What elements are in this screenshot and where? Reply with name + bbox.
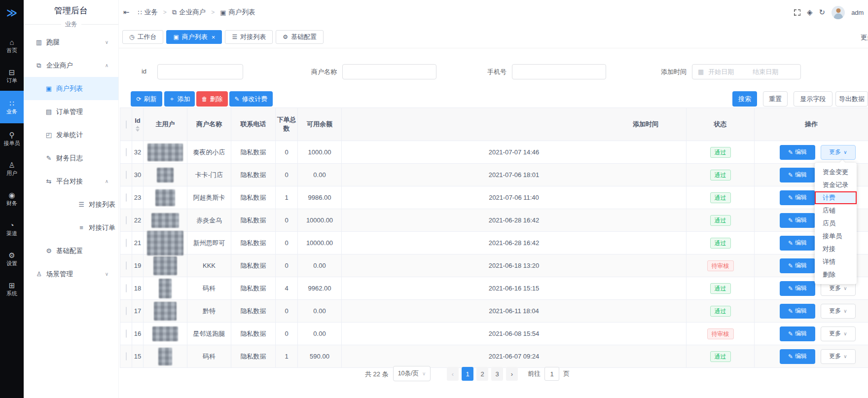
row-checkbox[interactable] [126,148,127,156]
more-button[interactable]: 更多 ∨ [821,145,856,160]
edit-label: 编辑 [795,352,807,361]
tab[interactable]: ▣ 商户列表 × [166,30,222,44]
show-fields-button[interactable]: 显示字段 [794,91,832,107]
avatar[interactable] [832,6,845,19]
rail-item[interactable]: ⚙ 设置 [0,244,24,274]
breadcrumb-item[interactable]: ⧉ 企业商户 [172,8,206,17]
tab[interactable]: ◷ 工作台 [122,30,163,44]
tab-close-icon[interactable]: × [212,34,216,41]
sidebar-menu-item[interactable]: ◰ 发单统计 [24,123,118,146]
privacy-blur-block [153,256,177,275]
rail-item[interactable]: ∷ 业务 [0,91,24,123]
dropdown-menu-item[interactable]: 删除 [815,268,857,281]
rail-item[interactable]: ◔ 渠道 [0,214,24,244]
reset-button[interactable]: 重置 [763,91,788,107]
edit-button[interactable]: ✎ 编辑 [780,281,815,296]
sidebar-menu-item[interactable]: ⧉ 企业商户 ∧ [24,54,118,77]
header-id[interactable]: Id [132,108,144,141]
dropdown-menu-item[interactable]: 资金变更 [815,166,857,179]
rail-item[interactable]: ♙ 用户 [0,153,24,183]
rail-item-label: 系统 [6,290,17,296]
sort-icons[interactable] [136,126,140,132]
breadcrumb-item[interactable]: ▣ 商户列表 [220,8,255,17]
edit-button[interactable]: ✎ 编辑 [780,168,815,182]
rail-item[interactable]: ⊟ 订单 [0,61,24,91]
tab[interactable]: ☰ 对接列表 [225,30,273,44]
sidebar-menu-item[interactable]: ▥ 跑腿 ∨ [24,31,118,54]
dropdown-menu-item[interactable]: 计费 [815,191,857,204]
dropdown-menu-item[interactable]: 资金记录 [815,179,857,191]
goto-page-input[interactable] [544,367,559,381]
dropdown-menu-item[interactable]: 店员 [815,217,857,230]
edit-button[interactable]: ✎ 编辑 [780,190,815,205]
app-logo-icon[interactable]: ≫ [0,4,24,22]
sidebar-menu-item[interactable]: ⚙ 基础配置 [24,239,118,262]
search-button[interactable]: 搜索 [732,91,757,107]
rail-item[interactable]: ⚲ 接单员 [0,123,24,153]
row-checkbox[interactable] [126,216,127,224]
page-size-select[interactable]: 10条/页 ∨ [393,366,431,381]
cell-id: 32 [132,141,144,164]
sidebar-menu-item[interactable]: ☰ 对接列表 [24,193,118,216]
filter-id-input[interactable] [157,64,243,79]
row-checkbox[interactable] [126,307,127,315]
row-checkbox[interactable] [126,284,127,292]
edit-billing-button[interactable]: ✎修改计费 [229,91,273,107]
sidebar-menu-item[interactable]: ⇆ 平台对接 ∧ [24,170,118,193]
row-checkbox[interactable] [126,239,127,247]
tag-icon[interactable]: ◈ [807,8,813,17]
select-all-checkbox[interactable] [126,120,127,129]
next-page-button[interactable]: › [506,367,518,381]
dropdown-menu-item[interactable]: 对接 [815,243,857,255]
more-button[interactable]: 更多 ∨ [821,326,856,341]
page-number-button[interactable]: 2 [476,367,488,381]
page-number-button[interactable]: 3 [491,367,503,381]
delete-button[interactable]: 🗑删除 [196,91,228,107]
dropdown-menu-item[interactable]: 接单员 [815,230,857,243]
date-range-picker[interactable]: ▦ 开始日期 结束日期 [692,64,801,79]
sidebar-menu-item[interactable]: ♙ 场景管理 ∨ [24,262,118,286]
sidebar-menu-item[interactable]: ✎ 财务日志 [24,146,118,170]
add-button[interactable]: ＋添加 [164,91,195,107]
edit-button[interactable]: ✎ 编辑 [780,326,815,341]
breadcrumb-item[interactable]: ∷ 业务 [138,8,158,17]
prev-page-button[interactable]: ‹ [447,367,459,381]
edit-button[interactable]: ✎ 编辑 [780,213,815,228]
row-checkbox[interactable] [126,171,127,179]
sidebar-menu-item[interactable]: ▣ 商户列表 [24,77,118,100]
row-checkbox[interactable] [126,329,127,338]
rail-item[interactable]: ◉ 财务 [0,183,24,214]
tabbar-more-button[interactable]: 更多 [861,33,868,42]
export-button[interactable]: 导出数据 [835,91,868,107]
collapse-sidebar-icon[interactable]: ⇤ [123,8,130,17]
more-button[interactable]: 更多 ∨ [821,349,856,364]
edit-button[interactable]: ✎ 编辑 [780,349,815,364]
username-label[interactable]: adm [851,9,864,16]
rail-item[interactable]: ⊞ 系统 [0,274,24,304]
fullscreen-icon[interactable] [794,9,800,16]
edit-button[interactable]: ✎ 编辑 [780,145,815,160]
sidebar-menu-item[interactable]: ≡ 对接订单 [24,216,118,239]
filter-merchant-input[interactable] [342,64,436,79]
dropdown-menu-item[interactable]: 店铺 [815,204,857,217]
edit-button[interactable]: ✎ 编辑 [780,304,815,319]
page-number-button[interactable]: 1 [462,367,473,381]
cell-status: 待审核 [687,323,755,345]
edit-button[interactable]: ✎ 编辑 [780,236,815,251]
menu-item-label: 企业商户 [46,61,73,70]
more-button[interactable]: 更多 ∨ [821,304,856,319]
cell-main-user [144,300,187,323]
refresh-button[interactable]: ⟳刷新 [131,91,162,107]
row-checkbox[interactable] [126,193,127,202]
rail-item[interactable]: ⌂ 首页 [0,31,24,61]
tab[interactable]: ⚙ 基础配置 [276,30,324,44]
edit-button[interactable]: ✎ 编辑 [780,258,815,273]
filter-phone-input[interactable] [512,64,606,79]
cell-add-time: 2021-06-16 15:15 [342,277,687,300]
cell-id: 18 [132,277,144,300]
sidebar-menu-item[interactable]: ▤ 订单管理 [24,100,118,123]
refresh-page-icon[interactable]: ↻ [819,8,826,17]
row-checkbox[interactable] [126,261,127,270]
dropdown-menu-item[interactable]: 详情 [815,255,857,268]
row-checkbox[interactable] [126,352,127,361]
